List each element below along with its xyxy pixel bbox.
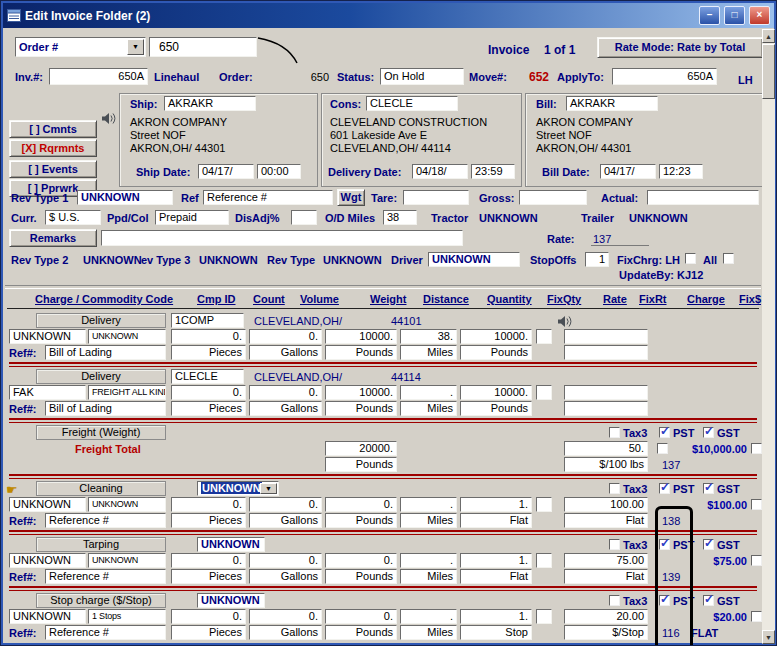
distance-unit-field[interactable]: Miles — [400, 345, 457, 360]
volume-field[interactable]: 0. — [249, 497, 322, 512]
charge-name-field[interactable]: Delivery — [36, 369, 166, 384]
weight-button[interactable]: Wgt — [337, 189, 365, 206]
count-unit-field[interactable]: Pieces — [171, 401, 246, 416]
remarks-button[interactable]: Remarks — [9, 229, 97, 247]
dropdown-arrow-icon[interactable]: ▼ — [260, 483, 277, 494]
header-cmp-id[interactable]: Cmp ID — [197, 293, 236, 305]
distance-unit-field[interactable]: Miles — [400, 513, 457, 528]
gst-checkbox[interactable] — [703, 427, 714, 438]
ship-time-field[interactable]: 00:00 — [257, 164, 301, 179]
header-volume[interactable]: Volume — [300, 293, 339, 305]
commodity-code-field[interactable]: UNKNOWN — [9, 329, 86, 344]
commodity-desc-field[interactable]: UNKNOWN — [88, 497, 166, 512]
volume-unit-field[interactable]: Gallons — [249, 513, 322, 528]
scroll-thumb[interactable] — [762, 44, 775, 99]
accessorial-code-field[interactable]: UNKNOWN — [197, 593, 265, 608]
distance-unit-field[interactable]: Miles — [400, 401, 457, 416]
ship-date-field[interactable]: 04/17/ — [198, 164, 254, 179]
volume-unit-field[interactable]: Gallons — [249, 401, 322, 416]
distance-unit-field[interactable]: Miles — [400, 569, 457, 584]
distance-field[interactable]: . — [400, 385, 457, 400]
pst-checkbox[interactable] — [659, 483, 670, 494]
charge-name-field[interactable]: Cleaning — [36, 481, 166, 496]
header-distance[interactable]: Distance — [423, 293, 469, 305]
ref-number-field[interactable]: Reference # — [45, 569, 166, 584]
weight-unit-field[interactable]: Pounds — [325, 457, 397, 472]
commodity-code-field[interactable]: FAK — [9, 385, 86, 400]
close-button[interactable]: × — [749, 6, 770, 25]
commodity-desc-field[interactable]: FREIGHT ALL KINDS — [88, 385, 166, 400]
vertical-scrollbar[interactable]: ▲ ▼ — [762, 29, 775, 644]
header-fixrt[interactable]: FixRt — [639, 293, 667, 305]
stopoffs-field[interactable]: 1 — [585, 252, 609, 267]
rate-field[interactable]: 75.00 — [564, 553, 648, 568]
rate-unit-field[interactable]: Flat — [564, 569, 648, 584]
fixchrg-checkbox[interactable] — [685, 253, 696, 264]
rev-type1-field[interactable]: UNKNOWN — [77, 190, 173, 205]
linehaul-link[interactable]: Linehaul — [154, 71, 199, 83]
fixqty-field[interactable] — [536, 609, 552, 624]
bill-code-field[interactable]: AKRAKR — [566, 96, 658, 111]
volume-unit-field[interactable]: Gallons — [249, 345, 322, 360]
weight-field[interactable]: 0. — [325, 609, 397, 624]
rate-unit-field[interactable]: Flat — [564, 513, 648, 528]
scroll-down-button[interactable]: ▼ — [762, 630, 775, 644]
rate-mode-button[interactable]: Rate Mode: Rate by Total — [597, 37, 763, 58]
gst-checkbox[interactable] — [703, 539, 714, 550]
count-unit-field[interactable]: Pieces — [171, 569, 246, 584]
bill-date-field[interactable]: 04/17/ — [600, 164, 656, 179]
rate-unit-field[interactable] — [564, 401, 648, 416]
delivery-time-field[interactable]: 23:59 — [471, 164, 515, 179]
ppdcol-field[interactable]: Prepaid — [155, 210, 229, 225]
cmp-id-field[interactable]: CLECLE — [171, 369, 244, 384]
quantity-field[interactable]: 10000. — [460, 329, 532, 344]
fix-dollar-checkbox[interactable] — [751, 499, 762, 510]
count-unit-field[interactable]: Pieces — [171, 345, 246, 360]
header-charge[interactable]: Charge — [687, 293, 725, 305]
fixqty-field[interactable] — [536, 329, 552, 344]
rate-unit-field[interactable] — [564, 345, 648, 360]
rate-field[interactable]: 50. — [564, 441, 648, 456]
weight-field[interactable]: 10000. — [325, 329, 397, 344]
ref-number-field[interactable]: Reference # — [45, 625, 166, 640]
maximize-button[interactable]: □ — [724, 6, 745, 25]
accessorial-code-combo[interactable]: UNKNOWN▼ — [197, 481, 279, 496]
comments-button[interactable]: [ ] Cmnts — [9, 120, 97, 138]
volume-field[interactable]: 0. — [249, 385, 322, 400]
weight-unit-field[interactable]: Pounds — [325, 401, 397, 416]
ref-number-field[interactable]: Bill of Lading — [45, 401, 166, 416]
delivery-date-field[interactable]: 04/18/ — [412, 164, 468, 179]
count-unit-field[interactable]: Pieces — [171, 513, 246, 528]
fixqty-field[interactable] — [536, 553, 552, 568]
fixqty-field[interactable] — [536, 385, 552, 400]
commodity-code-field[interactable]: UNKNOWN — [9, 609, 86, 624]
weight-unit-field[interactable]: Pounds — [325, 345, 397, 360]
header-count[interactable]: Count — [253, 293, 285, 305]
distance-unit-field[interactable]: Miles — [400, 625, 457, 640]
header-fixqty[interactable]: FixQty — [547, 293, 581, 305]
count-field[interactable]: 0. — [171, 385, 246, 400]
quantity-field[interactable]: 1. — [460, 609, 532, 624]
distance-field[interactable]: . — [400, 609, 457, 624]
bill-time-field[interactable]: 12:23 — [659, 164, 703, 179]
accessorial-code-field[interactable]: UNKNOWN — [197, 537, 265, 552]
charge-name-field[interactable]: Freight (Weight) — [36, 425, 166, 440]
remarks-field[interactable] — [101, 230, 463, 246]
charge-name-field[interactable]: Tarping — [36, 537, 166, 552]
charge-name-field[interactable]: Stop charge ($/Stop) — [36, 593, 166, 608]
quantity-field[interactable]: 1. — [460, 553, 532, 568]
gst-checkbox[interactable] — [703, 595, 714, 606]
count-field[interactable]: 0. — [171, 497, 246, 512]
all-checkbox[interactable] — [723, 253, 734, 264]
driver-field[interactable]: UNKNOWN — [428, 252, 520, 267]
weight-unit-field[interactable]: Pounds — [325, 569, 397, 584]
fixqty-field[interactable] — [536, 497, 552, 512]
volume-field[interactable]: 0. — [249, 609, 322, 624]
gst-checkbox[interactable] — [703, 483, 714, 494]
weight-field[interactable]: 20000. — [325, 441, 397, 456]
count-field[interactable]: 0. — [171, 553, 246, 568]
rate-unit-field[interactable]: $/Stop — [564, 625, 648, 640]
rate-field[interactable]: 100.00 — [564, 497, 648, 512]
commodity-desc-field[interactable]: UNKNOWN — [88, 329, 166, 344]
reference-field[interactable]: Reference # — [203, 190, 333, 205]
